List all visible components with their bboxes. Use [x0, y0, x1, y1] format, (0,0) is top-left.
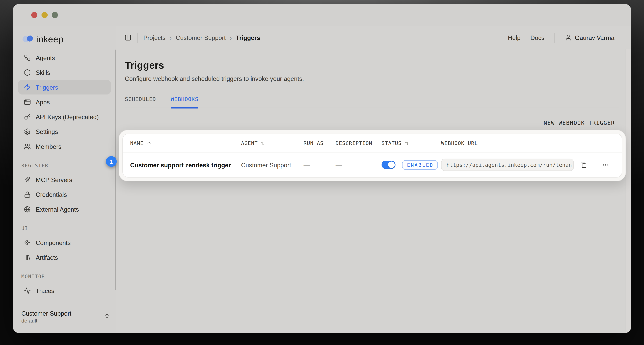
copy-url-button[interactable]: [580, 161, 587, 168]
column-header-description[interactable]: DESCRIPTION: [336, 140, 382, 146]
sidebar-item-artifacts[interactable]: Artifacts: [18, 250, 111, 265]
workflow-icon: [24, 54, 31, 61]
sidebar-section-monitor: MONITOR: [21, 274, 116, 281]
sidebar-item-label: Credentials: [36, 191, 67, 198]
lock-icon: [24, 191, 31, 198]
breadcrumb-separator: ›: [170, 34, 172, 41]
trigger-url-cell: https://api.agents.inkeep.com/run/tenant…: [441, 159, 614, 171]
components-icon: [24, 239, 31, 246]
sidebar-item-skills[interactable]: Skills: [18, 65, 111, 80]
sidebar-item-label: Artifacts: [36, 254, 58, 261]
sidebar-item-mcp-servers[interactable]: MCP Servers: [18, 172, 111, 187]
app-window: inkeep Agents Skills Triggers: [13, 4, 631, 333]
sidebar-item-members[interactable]: Members: [18, 139, 111, 154]
table-toolbar: NEW WEBHOOK TRIGGER: [116, 120, 615, 126]
trigger-agent: Customer Support: [241, 161, 304, 168]
breadcrumb-current: Triggers: [236, 34, 260, 41]
traffic-lights: [31, 12, 58, 18]
trigger-description: —: [336, 161, 382, 168]
trigger-run-as: —: [304, 161, 336, 168]
highlight-ring: NAME AGENT RUN AS: [119, 130, 626, 181]
sidebar-item-label: External Agents: [36, 206, 79, 213]
page-title: Triggers: [125, 60, 631, 71]
column-header-webhook-url: WEBHOOK URL: [441, 140, 614, 146]
sort-icon: [404, 140, 410, 146]
status-toggle[interactable]: [382, 161, 396, 169]
breadcrumb-projects[interactable]: Projects: [144, 34, 166, 41]
sidebar-section-ui: UI: [21, 225, 116, 233]
zoom-window-button[interactable]: [52, 12, 58, 18]
close-window-button[interactable]: [31, 12, 38, 18]
top-bar: Projects › Customer Support › Triggers H…: [116, 26, 631, 49]
triggers-table-card: NAME AGENT RUN AS: [122, 134, 622, 178]
topbar-divider: [554, 33, 554, 43]
main-area: Projects › Customer Support › Triggers H…: [116, 26, 631, 332]
column-header-agent[interactable]: AGENT: [241, 140, 304, 146]
activity-icon: [24, 287, 31, 294]
zap-icon: [24, 84, 31, 91]
tab-webhooks[interactable]: WEBHOOKS: [171, 96, 198, 108]
sidebar-item-traces[interactable]: Traces: [18, 283, 111, 298]
inkeep-logo-icon: [21, 34, 34, 45]
user-menu[interactable]: Gaurav Varma: [564, 34, 614, 41]
mcp-icon: [24, 176, 31, 183]
sidebar: inkeep Agents Skills Triggers: [13, 26, 116, 332]
sidebar-nav: Agents Skills Triggers Apps: [13, 50, 116, 154]
webhook-url-text: https://api.agents.inkeep.com/run/tenant…: [446, 162, 574, 168]
minimize-window-button[interactable]: [42, 12, 48, 18]
trigger-tabs: SCHEDULED WEBHOOKS: [125, 96, 619, 108]
sidebar-item-label: Traces: [36, 287, 54, 294]
sidebar-item-components[interactable]: Components: [18, 235, 111, 250]
column-header-run-as[interactable]: RUN AS: [304, 140, 336, 146]
chevrons-up-down-icon: [104, 313, 110, 321]
row-actions-button[interactable]: [602, 161, 610, 169]
ellipsis-icon: [602, 161, 610, 169]
sidebar-item-label: Apps: [36, 99, 50, 106]
sidebar-item-label: Skills: [36, 69, 50, 76]
toggle-knob: [388, 161, 394, 168]
sidebar-item-api-keys[interactable]: API Keys (Deprecated): [18, 109, 111, 124]
table-row[interactable]: Customer support zendesk trigger Custome…: [123, 153, 622, 177]
webhook-url-field[interactable]: https://api.agents.inkeep.com/run/tenant…: [441, 159, 574, 171]
window-titlebar: [13, 4, 631, 26]
plus-icon: [534, 120, 540, 126]
sidebar-toggle-button[interactable]: [124, 34, 132, 41]
sidebar-item-agents[interactable]: Agents: [18, 50, 111, 65]
sidebar-item-label: Components: [36, 239, 70, 246]
topbar-divider: [137, 33, 138, 43]
library-icon: [24, 254, 31, 261]
new-webhook-trigger-button[interactable]: NEW WEBHOOK TRIGGER: [534, 120, 615, 126]
page-subtitle: Configure webhook and scheduled triggers…: [125, 75, 631, 82]
sidebar-section-register: REGISTER: [21, 163, 116, 170]
sort-icon: [260, 140, 266, 146]
project-name: Customer Support: [21, 309, 104, 317]
sidebar-item-triggers[interactable]: Triggers: [18, 80, 111, 95]
page-content: Triggers Configure webhook and scheduled…: [116, 60, 631, 181]
column-header-status[interactable]: STATUS: [382, 140, 441, 146]
sidebar-item-label: API Keys (Deprecated): [36, 113, 99, 120]
key-icon: [24, 113, 31, 120]
tab-scheduled[interactable]: SCHEDULED: [125, 96, 156, 108]
sidebar-item-credentials[interactable]: Credentials: [18, 187, 111, 202]
logo-wordmark: inkeep: [36, 34, 64, 45]
trigger-status-cell: ENABLED: [382, 160, 441, 169]
sort-ascending-icon: [146, 140, 152, 146]
user-name: Gaurav Varma: [575, 34, 614, 41]
sidebar-item-settings[interactable]: Settings: [18, 124, 111, 139]
docs-link[interactable]: Docs: [530, 34, 544, 41]
globe-icon: [24, 206, 31, 213]
app-window-icon: [24, 99, 31, 106]
column-header-name[interactable]: NAME: [130, 140, 241, 146]
project-switcher[interactable]: Customer Support default: [21, 309, 110, 324]
help-link[interactable]: Help: [508, 34, 520, 41]
inkeep-logo[interactable]: inkeep: [21, 34, 116, 45]
annotation-step-badge: 1: [106, 156, 117, 167]
hexagon-icon: [24, 69, 31, 76]
table-header-row: NAME AGENT RUN AS: [123, 134, 622, 152]
breadcrumb-separator: ›: [230, 34, 232, 41]
copy-icon: [580, 161, 587, 168]
breadcrumb-project[interactable]: Customer Support: [176, 34, 226, 41]
status-badge: ENABLED: [402, 160, 438, 169]
sidebar-item-external-agents[interactable]: External Agents: [18, 202, 111, 216]
sidebar-item-apps[interactable]: Apps: [18, 95, 111, 109]
